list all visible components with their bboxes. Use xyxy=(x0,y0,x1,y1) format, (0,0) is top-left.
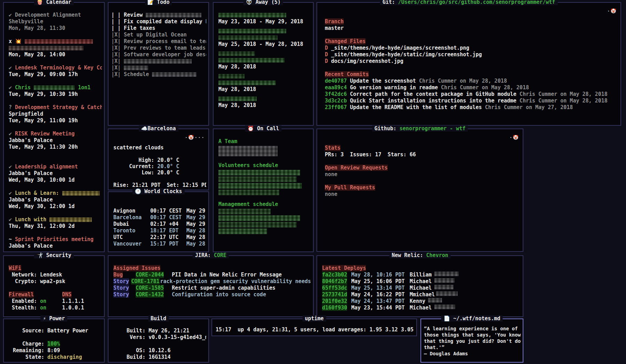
calendar-event-time: Mon, May 28, 14:00 xyxy=(9,51,102,58)
git-recent-commits-header: Recent Commits xyxy=(325,71,618,78)
redacted-block xyxy=(152,72,196,77)
build-panel[interactable]: Build Built: May 26, 21:21 Vers: v0.0.3-… xyxy=(108,318,209,363)
commit-hash: eaa89c4 xyxy=(325,84,347,91)
calendar-panel[interactable]: 🍿 Calendar ✔ Development Alignment Shelb… xyxy=(3,2,105,252)
calendar-event-location: Jabba's Palace xyxy=(9,197,102,203)
refresh-spinner-icon: ·🤡 xyxy=(607,8,617,14)
jira-issue-row[interactable]: StoryCORE-1781rack-protection gem securi… xyxy=(113,278,311,285)
on-call-team-header: A Team xyxy=(218,138,311,145)
power-remaining-line: Remaining: 8:09 xyxy=(13,347,102,354)
clock-row: Barcelona00:17 CESTMay 29 xyxy=(113,214,206,221)
todo-item[interactable]: | | File taxes xyxy=(111,25,206,32)
redacted-block xyxy=(218,29,286,33)
security-content: WiFi Network: Lendesk Crypto: wpa2-psk F… xyxy=(4,256,104,316)
weather-low: Low: 20.0° C xyxy=(113,169,206,176)
redacted-block xyxy=(218,183,302,189)
page-icon: 📄 xyxy=(443,315,450,322)
calendar-event-title: ? Development Strategy & Catch U xyxy=(9,104,102,111)
todo-checkbox: |X| xyxy=(111,71,121,77)
security-firewall-dns-header: Firewall DNS xyxy=(9,291,102,298)
todo-item[interactable]: | | Fix compiled date display bug xyxy=(111,18,206,25)
away-list: May 23, 2018 - May 29, 2018 May 25, 2018… xyxy=(214,3,313,125)
todo-item[interactable]: |X| xyxy=(111,58,206,65)
jira-issue-row[interactable]: StoryCORE-1585Restrict super-admin capab… xyxy=(113,285,311,291)
calendar-event-time: Mon, May 28, 11:30 xyxy=(9,25,102,32)
calendar-event-title: ~ Sprint Priorities meeting xyxy=(9,236,102,243)
calendar-event-title: ✔ Leadership alignment xyxy=(9,164,102,170)
jira-issue-row[interactable]: StoryCORE-1432Configuration into source … xyxy=(113,291,311,298)
build-built-line: Built: May 26, 21:21 xyxy=(127,328,206,334)
file-status: D xyxy=(325,58,328,64)
github-panel[interactable]: Github: senorprogrammer - wtf ·🤡 Stats P… xyxy=(316,129,523,252)
uptime-panel-title: uptime xyxy=(302,315,326,322)
todo-item[interactable]: |X| Set up Digital Ocean xyxy=(111,32,206,38)
clock-row: Dubai02:17 +04May 29 xyxy=(113,221,206,228)
todo-item[interactable]: |X| Schedule xyxy=(111,71,206,78)
todo-item[interactable]: |X| xyxy=(111,65,206,71)
issue-key: CORE-1585 xyxy=(136,285,164,291)
github-panel-title: Github: senorprogrammer - wtf xyxy=(372,125,468,132)
issue-key: CORE-1781 xyxy=(131,278,159,284)
security-wifi-header: WiFi xyxy=(9,265,102,272)
issue-type-badge: Story xyxy=(113,285,129,291)
power-panel[interactable]: ⚡ Power Source: Battery Power Charge: 10… xyxy=(3,318,105,363)
issue-type-badge: Bug xyxy=(113,272,123,278)
security-panel[interactable]: 🤺 Security WiFi Network: Lendesk Crypto:… xyxy=(3,255,105,317)
calendar-event-location: Springfield xyxy=(9,111,102,117)
calendar-event-time: Wed, May 30, 12:00 1d xyxy=(9,203,102,210)
popcorn-icon: 🍿 xyxy=(37,0,43,5)
calendar-event-time: Tue, May 29, 10:30 19h xyxy=(9,91,102,98)
file-status: D xyxy=(325,45,328,51)
notes-panel[interactable]: 📄 ~/.wtf/notes.md “A learning experience… xyxy=(420,318,523,363)
git-panel[interactable]: Git: /Users/chris/go/src/github.com/seno… xyxy=(316,2,621,126)
redacted-block xyxy=(218,13,286,17)
clock-row: Vancouver15:17 PDTMay 28 xyxy=(113,241,206,247)
calendar-event-title: ✔ Lunch with xyxy=(9,216,102,223)
weather-panel[interactable]: ☁️Barcelona ·🤡··· scattered clouds High:… xyxy=(108,129,209,190)
on-call-content: A Team Volunteers schedule Management sc… xyxy=(214,129,313,251)
git-changed-file: D_site/themes/hyde-hyde/images/screensho… xyxy=(325,45,618,51)
away-dates: May 28, 2018 xyxy=(218,86,311,93)
calendar-event-location: Shelbyville xyxy=(9,18,102,25)
fencer-icon: 🤺 xyxy=(37,252,43,258)
calendar-event-title: x 💥 xyxy=(9,38,102,45)
todo-checkbox: | | xyxy=(111,25,121,31)
redacted-block xyxy=(218,222,297,228)
github-stats-header: Stats xyxy=(325,145,521,151)
new-relic-panel-title: New Relic: Chevron xyxy=(389,252,451,258)
notes-quote-text: “A learning experience is one of those t… xyxy=(424,325,522,357)
uptime-panel[interactable]: uptime 15:17 up 4 days, 21:31, 5 users, … xyxy=(211,318,417,336)
jira-issue-row[interactable]: BugCORE-2044PII Data in New Relic Error … xyxy=(113,272,311,278)
github-pull-requests-header: My Pull Requests xyxy=(325,184,521,191)
redacted-block xyxy=(218,170,300,175)
jira-panel[interactable]: JIRA: CORE Assigned Issues BugCORE-2044P… xyxy=(108,255,314,317)
new-relic-deploys-list: Latest Deploys fa2c3b02May 28, 10:16 PDT… xyxy=(317,256,523,316)
todo-item[interactable]: |X| Prev reviews to team leads xyxy=(111,45,206,51)
clock-row: UTC22:17 UTCMay 28 xyxy=(113,234,206,241)
redacted-block xyxy=(218,209,271,214)
notes-panel-title: 📄 ~/.wtf/notes.md xyxy=(441,315,503,322)
todo-checkbox: |X| xyxy=(111,58,121,64)
power-state-line: State: discharging xyxy=(13,354,102,361)
github-repo-name: senorprogrammer - wtf xyxy=(400,125,466,132)
github-stats-line: PRs: 3 Issues: 17 Stars: 66 xyxy=(325,151,521,158)
deploy-hash: fa2c3b02 xyxy=(322,272,347,278)
todo-panel[interactable]: 📝 Todo | | Review | | Fix compiled date … xyxy=(108,2,209,126)
deploy-row: fa2c3b02May 28, 10:16 PDTBilliam xyxy=(322,272,521,278)
issue-key: CORE-2044 xyxy=(136,272,164,278)
on-call-panel[interactable]: ⏰ On Call A Team Volunteers schedule Man… xyxy=(213,129,314,252)
todo-item[interactable]: |X| Review process email to team xyxy=(111,38,206,45)
todo-item[interactable]: |X| Software developer job desc xyxy=(111,51,206,58)
git-commit-row: eaa89c4Go version warning in readmeChris… xyxy=(325,84,618,91)
calendar-event-location: Jabba's Palace xyxy=(9,137,102,144)
redacted-block xyxy=(218,176,297,182)
away-panel[interactable]: 👽 Away (5) May 23, 2018 - May 29, 2018 M… xyxy=(213,2,314,126)
todo-item[interactable]: | | Review xyxy=(111,12,206,18)
new-relic-panel[interactable]: New Relic: Chevron Latest Deploys fa2c3b… xyxy=(316,255,523,317)
redacted-block xyxy=(436,291,458,296)
issue-type-badge: Story xyxy=(113,278,129,284)
world-clocks-panel[interactable]: 🕐 World Clocks Avignon00:17 CESTMay 29 B… xyxy=(108,191,209,252)
calendar-event-location: Jabba's Palace xyxy=(9,243,102,249)
git-changed-files-header: Changed Files xyxy=(325,38,618,45)
github-open-review-value: none xyxy=(325,171,521,178)
